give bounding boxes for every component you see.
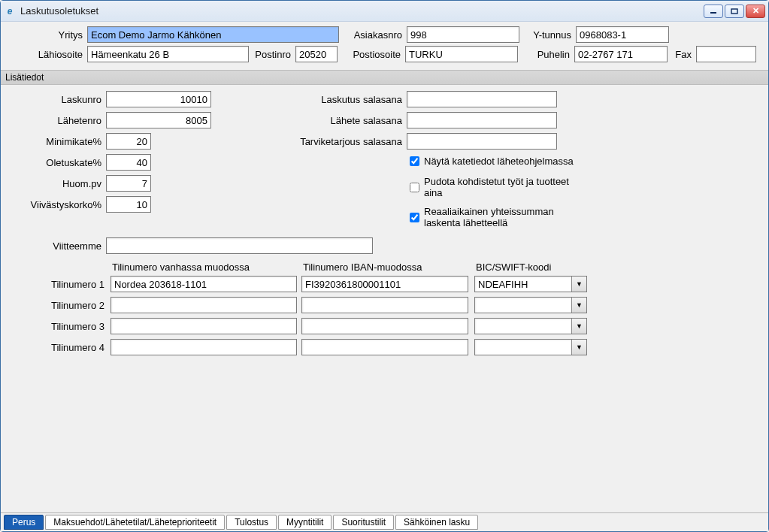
viivastyskorko-field[interactable] [106,196,151,213]
tab-myyntitilit[interactable]: Myyntitilit [278,515,332,530]
label-yritys: Yritys [8,29,87,41]
window-buttons: ✕ [704,5,765,18]
checkbox-nayta-katetiedot[interactable] [410,156,419,166]
label-pudota-kohdistetut: Pudota kohdistetut työt ja tuotteet aina [424,176,580,198]
lahiosoite-field[interactable] [87,46,249,62]
label-lahetenro: Lähetenro [8,115,106,126]
bank-row-1: Tilinumero 1 ▼ [8,276,761,292]
tilinumero2-bic[interactable] [474,297,587,313]
laskunro-field[interactable] [106,91,211,107]
label-tarviketarjous-salasana: Tarviketarjous salasana [249,136,407,147]
tab-maksuehdot[interactable]: Maksuehdot/Lähetetilat/Läheteprioriteeti… [45,515,225,530]
label-lahete-salasana: Lähete salasana [249,115,407,126]
fax-field[interactable] [696,46,756,62]
bank-row-2: Tilinumero 2 ▼ [8,297,761,313]
tilinumero2-bic-dropdown[interactable]: ▼ [571,298,586,313]
label-postiosoite: Postiosoite [338,49,405,60]
titlebar: e Laskutusoletukset ✕ [1,1,768,22]
lahete-salasana-field[interactable] [407,112,557,128]
company-form: Yritys Asiakasnro Y-tunnus Lähiosoite Po… [1,22,768,70]
tilinumero3-bic[interactable] [474,318,587,334]
label-puhelin: Puhelin [518,49,574,60]
puhelin-field[interactable] [574,46,668,62]
label-ytunnus: Y-tunnus [519,29,576,41]
viitteemme-field[interactable] [106,237,373,254]
label-huompv: Huom.pv [8,178,106,189]
tilinumero1-bic-dropdown[interactable]: ▼ [571,277,586,292]
label-reaaliaikainen: Reaaliaikainen yhteissumman laskenta läh… [424,206,580,228]
label-minimikate: Minimikate% [8,136,106,147]
label-tilinumero3: Tilinumero 3 [8,321,111,332]
tilinumero4-bic[interactable] [474,339,587,355]
label-tilinumero4: Tilinumero 4 [8,342,111,353]
tilinumero4-iban[interactable] [301,339,468,355]
label-oletuskate: Oletuskate% [8,157,106,168]
tilinumero2-vanha[interactable] [111,297,297,313]
app-icon: e [4,5,16,17]
postiosoite-field[interactable] [405,46,518,62]
minimize-button[interactable] [704,5,723,18]
tab-sahkoinen[interactable]: Sähköinen lasku [395,515,478,530]
header-vanha: Tilinumero vanhassa muodossa [111,261,301,273]
tilinumero2-iban[interactable] [301,297,468,313]
tab-perus[interactable]: Perus [4,515,44,530]
label-nayta-katetiedot: Näytä katetiedot läheteohjelmassa [424,156,574,167]
tilinumero4-vanha[interactable] [111,339,297,355]
close-button[interactable]: ✕ [746,5,765,18]
postinro-field[interactable] [295,46,338,62]
tilinumero1-iban[interactable] [301,276,468,292]
label-postinro: Postinro [249,49,295,60]
tab-tulostus[interactable]: Tulostus [226,515,277,530]
label-asiakasnro: Asiakasnro [339,29,407,41]
checkbox-reaaliaikainen[interactable] [410,213,419,222]
label-fax: Fax [668,49,696,60]
label-tilinumero2: Tilinumero 2 [8,300,111,311]
bottom-tabs: Perus Maksuehdot/Lähetetilat/Läheteprior… [1,512,768,531]
bank-area: Tilinumero vanhassa muodossa Tilinumero … [8,261,761,355]
section-lisatiedot: Lisätiedot [1,70,768,85]
tilinumero3-bic-dropdown[interactable]: ▼ [571,319,586,334]
bank-row-3: Tilinumero 3 ▼ [8,318,761,334]
lahetenro-field[interactable] [106,112,211,128]
asiakasnro-field[interactable] [407,26,519,43]
tab-suoritustilit[interactable]: Suoritustilit [333,515,394,530]
tarviketarjous-salasana-field[interactable] [407,133,557,150]
client-area: Yritys Asiakasnro Y-tunnus Lähiosoite Po… [1,22,768,531]
checkbox-pudota-kohdistetut[interactable] [410,183,419,192]
header-bic: BIC/SWIFT-koodi [474,261,592,273]
label-lahiosoite: Lähiosoite [8,49,87,60]
label-viitteemme: Viitteemme [8,240,106,252]
label-laskunro: Laskunro [8,94,106,105]
svg-rect-1 [731,9,737,14]
yritys-field[interactable] [87,26,339,43]
bank-row-4: Tilinumero 4 ▼ [8,339,761,355]
window-frame: e Laskutusoletukset ✕ Yritys Asiakasnro … [0,0,769,532]
label-viivastyskorko: Viivästyskorko% [8,199,106,210]
header-iban: Tilinumero IBAN-muodossa [301,261,474,273]
tilinumero3-iban[interactable] [301,318,468,334]
window-title: Laskutusoletukset [20,5,704,17]
tilinumero4-bic-dropdown[interactable]: ▼ [571,340,586,355]
minimikate-field[interactable] [106,133,151,150]
details-area: Laskunro Lähetenro Minimikate% Oletuskat… [1,85,768,512]
huompv-field[interactable] [106,175,151,192]
tilinumero1-bic[interactable] [474,276,587,292]
label-laskutus-salasana: Laskutus salasana [249,94,407,105]
label-tilinumero1: Tilinumero 1 [8,279,111,290]
oletuskate-field[interactable] [106,154,151,171]
maximize-button[interactable] [725,5,744,18]
tilinumero1-vanha[interactable] [111,276,297,292]
tilinumero3-vanha[interactable] [111,318,297,334]
laskutus-salasana-field[interactable] [407,91,557,107]
ytunnus-field[interactable] [576,26,669,43]
